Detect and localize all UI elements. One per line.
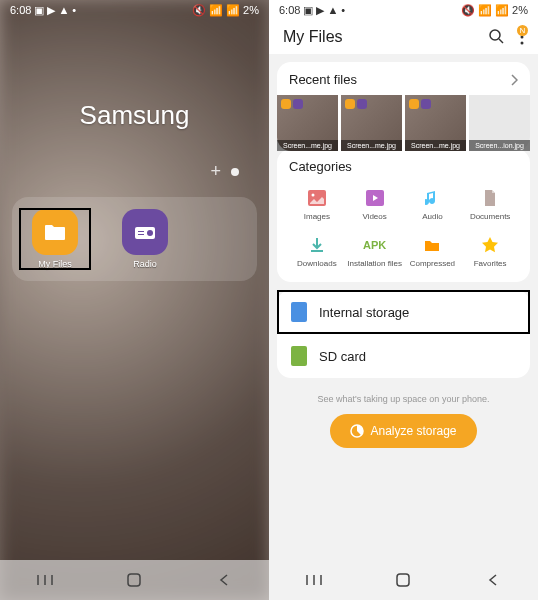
nav-bar-left bbox=[0, 560, 269, 600]
sd-card-icon bbox=[291, 346, 307, 366]
status-time: 6:08 bbox=[279, 4, 300, 16]
back-button[interactable] bbox=[214, 570, 234, 590]
categories-card: Categories Images Videos Audio Documents… bbox=[277, 149, 530, 282]
app-label: My Files bbox=[38, 259, 72, 269]
status-bar-right: 6:08 ▣ ▶ ▲ • 🔇 📶 📶 2% bbox=[269, 0, 538, 20]
pie-icon bbox=[350, 424, 364, 438]
back-button[interactable] bbox=[483, 570, 503, 590]
wifi-icon: 📶 bbox=[478, 4, 492, 17]
page-title: My Files bbox=[283, 28, 343, 46]
recent-files-title: Recent files bbox=[289, 72, 357, 87]
search-button[interactable] bbox=[488, 28, 506, 46]
gallery-icon: ▣ bbox=[34, 4, 44, 17]
image-icon bbox=[307, 188, 327, 208]
mute-icon: 🔇 bbox=[461, 4, 475, 17]
app-header: My Files N bbox=[269, 20, 538, 54]
analyze-hint: See what's taking up space on your phone… bbox=[277, 394, 530, 404]
recent-thumb[interactable]: Screen...me.jpg bbox=[341, 95, 402, 151]
categories-title: Categories bbox=[289, 159, 518, 174]
apps-panel: My Files Radio bbox=[12, 197, 257, 281]
app-label: Radio bbox=[133, 259, 157, 269]
page-indicator: + bbox=[0, 151, 269, 192]
status-time: 6:08 bbox=[10, 4, 31, 16]
svg-point-1 bbox=[147, 230, 153, 236]
chevron-right-icon[interactable] bbox=[510, 74, 518, 86]
svg-rect-7 bbox=[128, 574, 140, 586]
home-button[interactable] bbox=[393, 570, 413, 590]
folder-icon bbox=[32, 209, 78, 255]
category-compressed[interactable]: Compressed bbox=[405, 231, 461, 272]
analyze-storage-button[interactable]: Analyze storage bbox=[330, 414, 476, 448]
svg-point-12 bbox=[521, 42, 524, 45]
battery-pct: 2% bbox=[243, 4, 259, 16]
category-downloads[interactable]: Downloads bbox=[289, 231, 345, 272]
svg-rect-3 bbox=[138, 234, 144, 235]
download-icon bbox=[307, 235, 327, 255]
storage-card: Internal storage SD card bbox=[277, 290, 530, 378]
star-icon bbox=[480, 235, 500, 255]
app-my-files[interactable]: My Files bbox=[20, 209, 90, 269]
recent-thumb[interactable]: Screen...me.jpg bbox=[277, 95, 338, 151]
svg-line-9 bbox=[499, 39, 503, 43]
nav-bar-right bbox=[269, 560, 538, 600]
recent-thumb[interactable]: Screen...me.jpg bbox=[405, 95, 466, 151]
recent-files-card: Recent files Screen...me.jpg Screen...me… bbox=[277, 62, 530, 151]
category-installation[interactable]: APK Installation files bbox=[347, 231, 403, 272]
recents-button[interactable] bbox=[304, 570, 324, 590]
sd-card-item[interactable]: SD card bbox=[277, 334, 530, 378]
radio-icon bbox=[122, 209, 168, 255]
phone-icon bbox=[291, 302, 307, 322]
audio-icon bbox=[422, 188, 442, 208]
battery-pct: 2% bbox=[512, 4, 528, 16]
notification-badge: N bbox=[517, 25, 528, 36]
play-icon: ▶ bbox=[47, 4, 55, 17]
signal-icon: 📶 bbox=[226, 4, 240, 17]
apk-icon: APK bbox=[365, 235, 385, 255]
warning-icon: ▲ bbox=[327, 4, 338, 16]
app-radio[interactable]: Radio bbox=[110, 209, 180, 269]
play-icon: ▶ bbox=[316, 4, 324, 17]
svg-rect-20 bbox=[397, 574, 409, 586]
zip-icon bbox=[422, 235, 442, 255]
svg-point-8 bbox=[490, 30, 500, 40]
status-bar-left: 6:08 ▣ ▶ ▲ • 🔇 📶 📶 2% bbox=[0, 0, 269, 20]
signal-icon: 📶 bbox=[495, 4, 509, 17]
document-icon bbox=[480, 188, 500, 208]
recent-thumbs: Screen...me.jpg Screen...me.jpg Screen..… bbox=[277, 95, 530, 151]
folder-title: Samsung bbox=[0, 100, 269, 131]
category-images[interactable]: Images bbox=[289, 184, 345, 225]
more-button[interactable]: N bbox=[520, 29, 524, 45]
recent-thumb[interactable]: Screen...ion.jpg bbox=[469, 95, 530, 151]
wifi-icon: 📶 bbox=[209, 4, 223, 17]
analyze-section: See what's taking up space on your phone… bbox=[269, 386, 538, 456]
category-videos[interactable]: Videos bbox=[347, 184, 403, 225]
category-audio[interactable]: Audio bbox=[405, 184, 461, 225]
svg-point-14 bbox=[311, 194, 314, 197]
recents-button[interactable] bbox=[35, 570, 55, 590]
svg-rect-2 bbox=[138, 231, 144, 232]
add-page-icon[interactable]: + bbox=[210, 161, 221, 182]
category-documents[interactable]: Documents bbox=[462, 184, 518, 225]
page-dot[interactable] bbox=[231, 168, 239, 176]
home-button[interactable] bbox=[124, 570, 144, 590]
internal-storage-item[interactable]: Internal storage bbox=[277, 290, 530, 334]
category-favorites[interactable]: Favorites bbox=[462, 231, 518, 272]
mute-icon: 🔇 bbox=[192, 4, 206, 17]
gallery-icon: ▣ bbox=[303, 4, 313, 17]
warning-icon: ▲ bbox=[58, 4, 69, 16]
video-icon bbox=[365, 188, 385, 208]
